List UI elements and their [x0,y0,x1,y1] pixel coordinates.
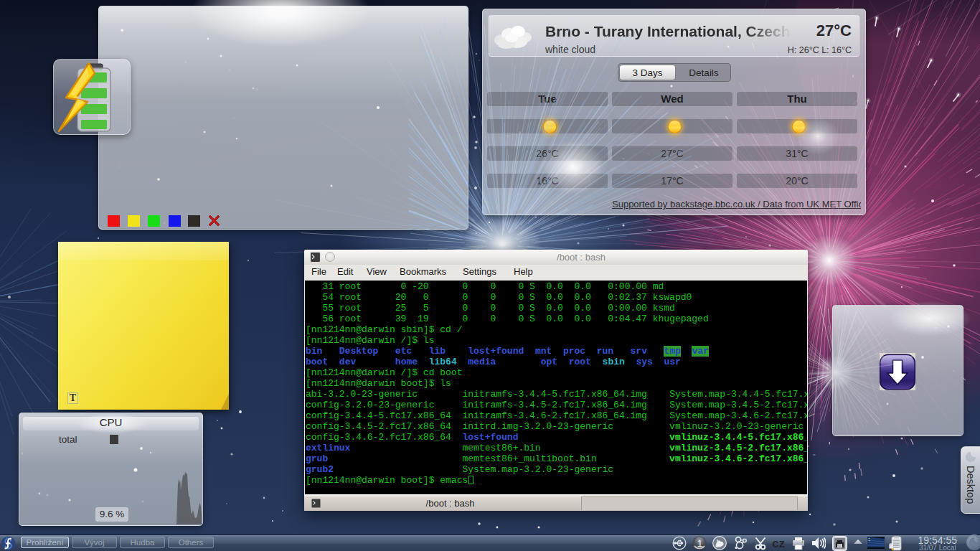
svg-text:1: 1 [697,538,703,549]
svg-text:cz: cz [772,537,785,550]
